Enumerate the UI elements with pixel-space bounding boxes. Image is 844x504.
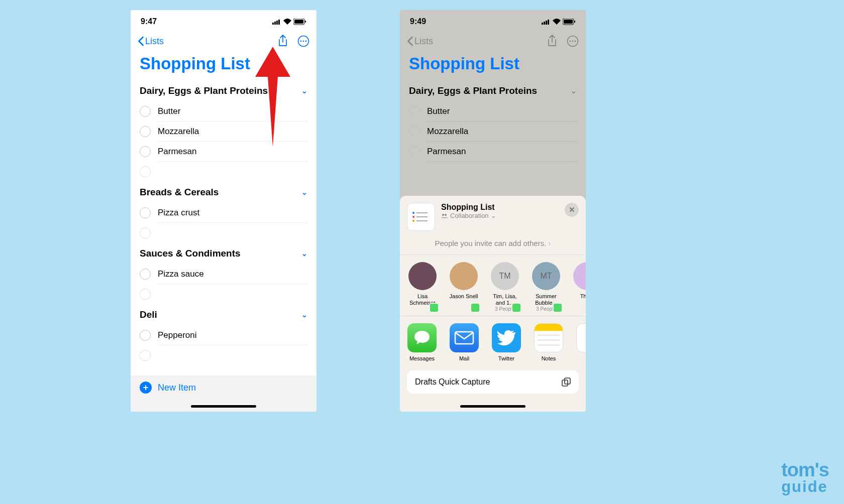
invite-settings-row[interactable]: People you invite can add others. ›: [400, 236, 586, 255]
twitter-app-icon: [492, 323, 521, 352]
svg-rect-17: [574, 21, 575, 23]
section-sauces: Sauces & Condiments ⌄ Pizza sauce: [131, 243, 316, 304]
svg-rect-11: [542, 23, 543, 25]
list-item[interactable]: Butter: [400, 101, 586, 121]
list-item[interactable]: Butter: [131, 101, 316, 121]
radio-icon[interactable]: [140, 146, 151, 157]
back-button[interactable]: Lists: [138, 36, 164, 47]
chevron-left-icon: [407, 36, 413, 46]
avatar: MT: [532, 262, 560, 290]
svg-rect-1: [274, 22, 276, 25]
chevron-down-icon: ⌄: [301, 249, 307, 258]
share-collaboration-button[interactable]: Collaboration ⌄: [441, 212, 559, 219]
item-text: Butter: [158, 106, 307, 121]
radio-empty-icon[interactable]: [409, 166, 420, 177]
messages-badge-icon: [470, 303, 480, 313]
radio-icon[interactable]: [409, 106, 420, 117]
list-item-empty[interactable]: [131, 284, 316, 304]
plus-icon: +: [140, 382, 152, 394]
radio-icon[interactable]: [409, 126, 420, 137]
contact-item[interactable]: MT Summer Bubble... 3 People: [531, 262, 562, 312]
svg-point-19: [570, 41, 571, 42]
back-label: Lists: [145, 36, 164, 47]
radio-empty-icon[interactable]: [140, 227, 151, 238]
home-indicator[interactable]: [460, 405, 525, 408]
list-item[interactable]: Parmesan: [131, 142, 316, 162]
more-icon[interactable]: [297, 35, 309, 47]
app-mail[interactable]: Mail: [449, 323, 479, 361]
back-button[interactable]: Lists: [407, 36, 433, 47]
item-text: Pizza crust: [158, 208, 307, 223]
section-header[interactable]: Dairy, Eggs & Plant Proteins ⌄: [131, 80, 316, 101]
app-notes[interactable]: Notes: [534, 323, 564, 361]
list-item[interactable]: Pepperoni: [131, 325, 316, 345]
section-header[interactable]: Breads & Cereals ⌄: [131, 182, 316, 203]
contact-item[interactable]: Jason Snell: [448, 262, 479, 312]
messages-app-icon: [407, 323, 437, 352]
status-time: 9:49: [410, 17, 426, 26]
status-bar: 9:49: [400, 10, 586, 30]
svg-rect-5: [294, 20, 303, 24]
contact-name: Jason Snell: [450, 293, 478, 300]
chevron-down-icon: ⌄: [301, 311, 307, 319]
avatar: [573, 262, 586, 290]
app-messages[interactable]: Messages: [407, 323, 437, 361]
share-icon[interactable]: [547, 35, 558, 48]
section-header[interactable]: Dairy, Eggs & Plant Proteins ⌄: [400, 80, 586, 101]
list-item-empty[interactable]: [400, 162, 586, 182]
section-header[interactable]: Sauces & Condiments ⌄: [131, 243, 316, 264]
app-partial[interactable]: [576, 323, 586, 361]
list-item-empty[interactable]: [131, 345, 316, 365]
contact-item[interactable]: The F 2: [572, 262, 586, 312]
contact-name: The F: [580, 293, 586, 300]
nav-bar: Lists: [131, 30, 316, 52]
list-item[interactable]: Pizza crust: [131, 203, 316, 223]
radio-empty-icon[interactable]: [140, 166, 151, 177]
svg-rect-13: [546, 21, 547, 25]
avatar: [408, 262, 437, 290]
section-deli: Deli ⌄ Pepperoni: [131, 304, 316, 365]
status-icons: [272, 19, 306, 25]
section-dairy: Dairy, Eggs & Plant Proteins ⌄ Butter Mo…: [400, 80, 586, 182]
radio-icon[interactable]: [140, 106, 151, 117]
app-name: Notes: [542, 355, 556, 361]
svg-rect-14: [548, 20, 549, 25]
status-bar: 9:47: [131, 10, 316, 30]
action-drafts-quick-capture[interactable]: Drafts Quick Capture: [407, 370, 579, 394]
svg-rect-6: [305, 21, 306, 23]
radio-icon[interactable]: [140, 269, 151, 280]
mail-app-icon: [450, 323, 479, 352]
radio-icon[interactable]: [140, 126, 151, 137]
share-icon[interactable]: [277, 35, 288, 48]
list-item[interactable]: Parmesan: [400, 142, 586, 162]
page-title: Shopping List: [131, 52, 316, 80]
app-name: Mail: [459, 355, 469, 361]
contact-item[interactable]: TM Tim, Lisa, and 1... 3 People: [489, 262, 520, 312]
section-breads: Breads & Cereals ⌄ Pizza crust: [131, 182, 316, 243]
radio-icon[interactable]: [140, 207, 151, 218]
close-button[interactable]: ✕: [565, 203, 579, 217]
more-icon[interactable]: [567, 35, 579, 47]
item-text: Parmesan: [427, 147, 577, 162]
status-time: 9:47: [141, 17, 157, 26]
list-item[interactable]: Mozzarella: [400, 121, 586, 142]
list-item-empty[interactable]: [131, 162, 316, 182]
list-item[interactable]: Pizza sauce: [131, 264, 316, 284]
svg-point-10: [305, 41, 307, 42]
radio-empty-icon[interactable]: [140, 350, 151, 361]
item-text: Butter: [427, 106, 577, 121]
contacts-row: Lisa Schmeiser Jason Snell TM Tim, Lisa,…: [400, 255, 586, 316]
svg-point-9: [303, 41, 304, 42]
list-item-empty[interactable]: [131, 223, 316, 243]
contact-item[interactable]: Lisa Schmeiser: [407, 262, 438, 312]
chevron-down-icon: ⌄: [571, 87, 577, 95]
people-icon: [441, 213, 448, 218]
list-item[interactable]: Mozzarella: [131, 121, 316, 142]
section-header[interactable]: Deli ⌄: [131, 304, 316, 325]
chevron-left-icon: [138, 36, 144, 46]
radio-empty-icon[interactable]: [140, 289, 151, 300]
radio-icon[interactable]: [409, 146, 420, 157]
app-twitter[interactable]: Twitter: [491, 323, 521, 361]
home-indicator[interactable]: [191, 405, 256, 408]
radio-icon[interactable]: [140, 330, 151, 341]
